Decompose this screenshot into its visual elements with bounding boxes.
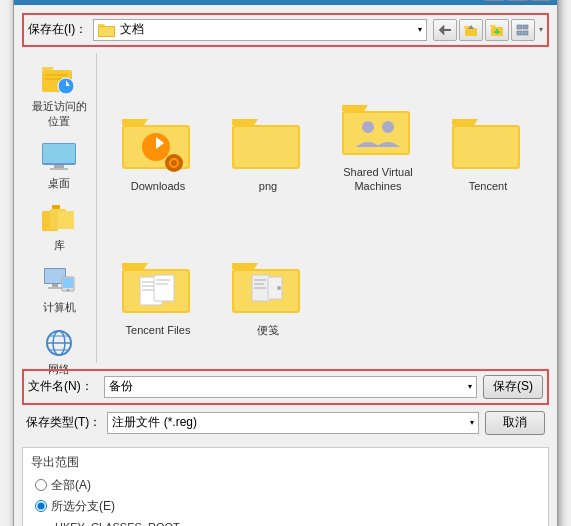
radio-all-row: 全部(A) bbox=[35, 477, 540, 494]
svg-marker-64 bbox=[452, 119, 478, 125]
filetype-arrow-icon: ▾ bbox=[470, 418, 474, 427]
file-item-shared-vm[interactable]: Shared VirtualMachines bbox=[325, 61, 431, 201]
sidebar-item-recent[interactable]: 最近访问的位置 bbox=[25, 61, 93, 132]
dropdown-arrow-icon: ▾ bbox=[418, 25, 422, 34]
filename-row: 文件名(N)： 备份 ▾ 保存(S) bbox=[22, 369, 549, 405]
svg-rect-34 bbox=[58, 211, 74, 229]
location-inner: 文档 bbox=[98, 21, 144, 38]
filetype-label: 保存类型(T)： bbox=[26, 414, 101, 431]
close-button[interactable]: ✕ bbox=[530, 0, 551, 1]
file-item-tencent[interactable]: Tencent bbox=[435, 61, 541, 201]
svg-marker-77 bbox=[232, 263, 258, 269]
location-dropdown[interactable]: 文档 ▾ bbox=[93, 19, 427, 41]
sidebar-library-label: 库 bbox=[54, 238, 65, 253]
dialog-window: 导出注册表文件 ─ □ ✕ 保存在(I)： 文档 bbox=[13, 0, 558, 526]
svg-rect-58 bbox=[234, 127, 298, 167]
desktop-icon bbox=[40, 141, 78, 173]
file-label-bianqian: 便笺 bbox=[257, 323, 279, 337]
sidebar-recent-label: 最近访问的位置 bbox=[28, 99, 90, 129]
file-label-tencent: Tencent bbox=[469, 179, 508, 193]
save-button[interactable]: 保存(S) bbox=[483, 375, 543, 399]
filename-input[interactable]: 备份 ▾ bbox=[104, 376, 477, 398]
svg-rect-75 bbox=[156, 279, 170, 281]
up-folder-button[interactable] bbox=[459, 19, 483, 41]
view-options-icon bbox=[516, 23, 530, 37]
dropdown-arrow-view: ▾ bbox=[539, 25, 543, 34]
file-label-png: png bbox=[259, 179, 277, 193]
svg-rect-17 bbox=[494, 31, 500, 33]
library-icon bbox=[40, 203, 78, 235]
svg-rect-24 bbox=[45, 74, 67, 76]
folder-bianqian-icon bbox=[232, 255, 304, 319]
filename-value: 备份 bbox=[109, 378, 133, 395]
svg-rect-18 bbox=[517, 25, 522, 29]
sidebar-item-desktop[interactable]: 桌面 bbox=[25, 138, 93, 194]
svg-point-42 bbox=[67, 289, 69, 291]
svg-point-55 bbox=[171, 160, 177, 166]
svg-marker-48 bbox=[122, 119, 148, 125]
svg-rect-35 bbox=[52, 205, 60, 209]
svg-marker-59 bbox=[342, 105, 368, 111]
svg-rect-11 bbox=[465, 28, 477, 36]
svg-rect-83 bbox=[254, 287, 266, 289]
back-icon bbox=[438, 24, 452, 36]
file-item-bianqian[interactable]: 便笺 bbox=[215, 205, 321, 345]
svg-rect-10 bbox=[443, 29, 451, 31]
sidebar-computer-label: 计算机 bbox=[43, 300, 76, 315]
network-icon bbox=[40, 327, 78, 359]
file-label-downloads: Downloads bbox=[131, 179, 185, 193]
view-options-button[interactable] bbox=[511, 19, 535, 41]
folder-icon-sm bbox=[98, 22, 116, 38]
folder-png-icon bbox=[232, 111, 304, 175]
svg-point-62 bbox=[362, 121, 374, 133]
back-button[interactable] bbox=[433, 19, 457, 41]
folder-tencent-files-icon bbox=[122, 255, 194, 319]
svg-rect-20 bbox=[517, 31, 522, 35]
sidebar-item-computer[interactable]: 计算机 bbox=[25, 262, 93, 318]
cancel-button[interactable]: 取消 bbox=[485, 411, 545, 435]
file-grid: Downloads png bbox=[97, 53, 549, 363]
svg-marker-7 bbox=[98, 24, 105, 26]
svg-rect-21 bbox=[523, 31, 528, 35]
maximize-button[interactable]: □ bbox=[507, 0, 528, 1]
location-value: 文档 bbox=[120, 21, 144, 38]
svg-point-63 bbox=[382, 121, 394, 133]
svg-marker-23 bbox=[42, 67, 54, 70]
svg-marker-67 bbox=[122, 263, 148, 269]
svg-point-85 bbox=[277, 286, 281, 290]
svg-rect-29 bbox=[43, 144, 75, 163]
radio-all[interactable] bbox=[35, 479, 47, 491]
minimize-button[interactable]: ─ bbox=[484, 0, 505, 1]
new-folder-button[interactable] bbox=[485, 19, 509, 41]
svg-marker-15 bbox=[490, 25, 496, 27]
svg-rect-39 bbox=[48, 287, 62, 289]
recent-icon bbox=[40, 64, 78, 96]
radio-group: 全部(A) 所选分支(E) HKEY_CLASSES_ROOT bbox=[35, 477, 540, 527]
radio-selected[interactable] bbox=[35, 500, 47, 512]
svg-rect-41 bbox=[63, 278, 73, 288]
filename-label: 文件名(N)： bbox=[28, 378, 98, 395]
title-controls: ─ □ ✕ bbox=[484, 0, 551, 1]
sidebar: 最近访问的位置 桌面 bbox=[22, 53, 97, 363]
file-item-tencent-files[interactable]: Tencent Files bbox=[105, 205, 211, 345]
file-item-png[interactable]: png bbox=[215, 61, 321, 201]
export-range-section: 导出范围 全部(A) 所选分支(E) HKEY_CLASSES_ROOT bbox=[22, 447, 549, 527]
file-label-tencent-files: Tencent Files bbox=[126, 323, 191, 337]
folder-shared-icon bbox=[342, 97, 414, 161]
sidebar-item-library[interactable]: 库 bbox=[25, 200, 93, 256]
svg-rect-38 bbox=[52, 284, 58, 287]
filetype-row: 保存类型(T)： 注册文件 (*.reg) ▾ 取消 bbox=[22, 411, 549, 435]
svg-marker-56 bbox=[232, 119, 258, 125]
radio-selected-label: 所选分支(E) bbox=[51, 498, 115, 515]
new-folder-icon bbox=[490, 23, 504, 37]
svg-rect-31 bbox=[50, 168, 68, 170]
filetype-dropdown[interactable]: 注册文件 (*.reg) ▾ bbox=[107, 412, 479, 434]
main-area: 最近访问的位置 桌面 bbox=[22, 53, 549, 363]
toolbar-row: 保存在(I)： 文档 ▾ bbox=[22, 13, 549, 47]
save-in-label: 保存在(I)： bbox=[28, 21, 87, 38]
svg-rect-8 bbox=[99, 27, 114, 36]
up-folder-icon bbox=[464, 23, 478, 37]
file-item-downloads[interactable]: Downloads bbox=[105, 61, 211, 201]
svg-rect-81 bbox=[254, 279, 266, 281]
dialog-body: 保存在(I)： 文档 ▾ bbox=[14, 5, 557, 443]
